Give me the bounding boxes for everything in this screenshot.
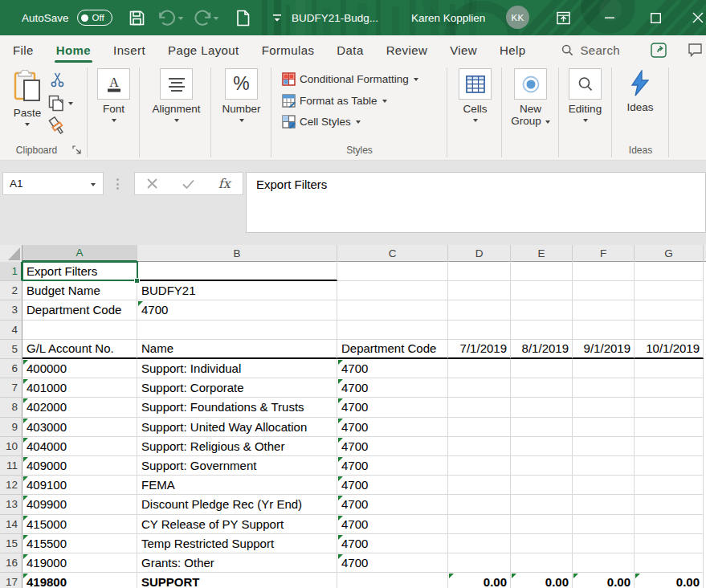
cell-C10[interactable]: 4700 xyxy=(337,437,448,456)
cell-E2[interactable] xyxy=(511,281,573,300)
cell-G12[interactable] xyxy=(635,476,704,495)
minimize-button[interactable] xyxy=(592,0,627,35)
insert-function-icon[interactable]: fx xyxy=(218,176,231,191)
formula-input[interactable]: Export Filters xyxy=(246,172,706,233)
tab-home[interactable]: Home xyxy=(45,35,102,64)
fill-handle[interactable] xyxy=(134,278,140,284)
row-header-17[interactable]: 17 xyxy=(0,573,22,588)
cell-C5[interactable]: Department Code xyxy=(337,340,448,359)
row-header-13[interactable]: 13 xyxy=(0,495,22,514)
cell-E9[interactable] xyxy=(511,418,573,437)
cell-G16[interactable] xyxy=(635,553,704,573)
row-header-6[interactable]: 6 xyxy=(0,359,22,378)
cell-C2[interactable] xyxy=(337,281,448,300)
user-name[interactable]: Karen Kopplien xyxy=(411,0,485,35)
cell-G9[interactable] xyxy=(635,418,704,437)
cell-D13[interactable] xyxy=(448,495,511,514)
cell-F4[interactable] xyxy=(573,321,635,340)
row-header-11[interactable]: 11 xyxy=(0,456,22,476)
cell-C1[interactable] xyxy=(337,262,448,281)
cell-B3[interactable]: 4700 xyxy=(137,300,337,320)
cell-E17[interactable]: 0.00 xyxy=(511,573,573,588)
cut-button[interactable] xyxy=(50,72,65,90)
cancel-icon[interactable] xyxy=(147,178,157,189)
cell-E13[interactable] xyxy=(511,495,573,514)
cell-D14[interactable] xyxy=(448,515,511,534)
cell-D11[interactable] xyxy=(448,456,511,476)
row-header-10[interactable]: 10 xyxy=(0,437,22,456)
cell-G15[interactable] xyxy=(635,534,704,553)
cell-C8[interactable]: 4700 xyxy=(337,398,448,417)
format-painter-button[interactable] xyxy=(47,116,67,139)
cell-C11[interactable]: 4700 xyxy=(337,456,448,476)
cell-G2[interactable] xyxy=(635,281,704,300)
cell-A3[interactable]: Department Code xyxy=(22,300,137,320)
editing-menu-button[interactable]: Editing xyxy=(568,68,602,122)
ideas-button[interactable]: Ideas xyxy=(622,68,659,113)
close-button[interactable] xyxy=(689,0,706,35)
cell-F2[interactable] xyxy=(573,281,635,300)
cell-E5[interactable]: 8/1/2019 xyxy=(511,340,573,359)
save-button[interactable] xyxy=(124,0,151,35)
copy-button[interactable] xyxy=(48,95,73,112)
cell-G11[interactable] xyxy=(635,456,704,476)
cell-B16[interactable]: Grants: Other xyxy=(137,553,337,573)
document-title[interactable]: BUDFY21-Budg... xyxy=(292,0,378,35)
cell-F5[interactable]: 9/1/2019 xyxy=(573,340,635,359)
cell-A5[interactable]: G/L Account No. xyxy=(22,340,137,359)
share-button[interactable] xyxy=(651,43,667,58)
cell-G8[interactable] xyxy=(635,398,704,417)
new-document-button[interactable] xyxy=(230,0,257,35)
cell-B1[interactable] xyxy=(137,262,337,281)
autosave-control[interactable]: AutoSave Off xyxy=(22,10,112,26)
row-header-8[interactable]: 8 xyxy=(0,398,22,417)
ribbon-display-options-button[interactable] xyxy=(545,0,581,35)
column-header-A[interactable]: A xyxy=(22,245,137,262)
cell-E4[interactable] xyxy=(511,321,573,340)
row-header-1[interactable]: 1 xyxy=(0,262,22,281)
cell-C16[interactable]: 4700 xyxy=(337,553,448,573)
tab-review[interactable]: Review xyxy=(375,35,439,64)
cell-G13[interactable] xyxy=(635,495,704,514)
tab-data[interactable]: Data xyxy=(325,35,374,64)
cell-A13[interactable]: 409900 xyxy=(22,495,137,514)
cell-B15[interactable]: Temp Restricted Support xyxy=(137,534,337,553)
row-header-3[interactable]: 3 xyxy=(0,300,22,320)
cell-F3[interactable] xyxy=(573,300,635,320)
tab-insert[interactable]: Insert xyxy=(102,35,157,64)
cell-E8[interactable] xyxy=(511,398,573,417)
column-header-B[interactable]: B xyxy=(137,245,337,262)
cell-F15[interactable] xyxy=(573,534,635,553)
cell-D9[interactable] xyxy=(448,418,511,437)
cell-B17[interactable]: SUPPORT xyxy=(137,573,337,588)
cell-B7[interactable]: Support: Corporate xyxy=(137,378,337,398)
font-menu-button[interactable]: A Font xyxy=(96,68,131,122)
name-box[interactable]: A1 xyxy=(2,172,104,195)
maximize-button[interactable] xyxy=(638,0,673,35)
cell-F1[interactable] xyxy=(573,262,635,281)
cell-F13[interactable] xyxy=(573,495,635,514)
cell-G14[interactable] xyxy=(635,515,704,534)
cell-C15[interactable]: 4700 xyxy=(337,534,448,553)
cell-D1[interactable] xyxy=(448,262,511,281)
cell-B2[interactable]: BUDFY21 xyxy=(137,281,337,300)
column-header-G[interactable]: G xyxy=(635,245,704,262)
cell-F11[interactable] xyxy=(573,456,635,476)
autosave-toggle[interactable]: Off xyxy=(77,10,112,26)
cell-B4[interactable] xyxy=(137,321,337,340)
cell-D2[interactable] xyxy=(448,281,511,300)
cell-E12[interactable] xyxy=(511,476,573,495)
cell-C12[interactable]: 4700 xyxy=(337,476,448,495)
cell-E3[interactable] xyxy=(511,300,573,320)
row-header-12[interactable]: 12 xyxy=(0,476,22,495)
cell-F9[interactable] xyxy=(573,418,635,437)
cell-B8[interactable]: Support: Foundations & Trusts xyxy=(137,398,337,417)
cell-F17[interactable]: 0.00 xyxy=(573,573,635,588)
cell-A11[interactable]: 409000 xyxy=(22,456,137,476)
cell-A14[interactable]: 415000 xyxy=(22,515,137,534)
cell-E11[interactable] xyxy=(511,456,573,476)
row-header-7[interactable]: 7 xyxy=(0,378,22,398)
cell-F10[interactable] xyxy=(573,437,635,456)
cell-F14[interactable] xyxy=(573,515,635,534)
cell-E6[interactable] xyxy=(511,359,573,378)
